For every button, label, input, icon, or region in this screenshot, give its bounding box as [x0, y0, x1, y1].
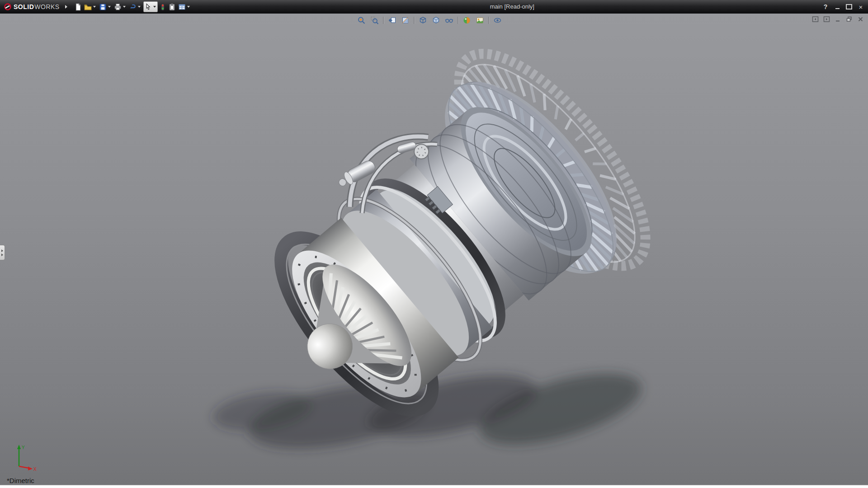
maximize-button[interactable]	[844, 2, 854, 11]
dropdown-arrow-icon[interactable]	[123, 6, 126, 8]
traffic-light-icon	[160, 3, 166, 11]
close-button[interactable]: ×	[856, 2, 865, 11]
print-button[interactable]	[113, 1, 127, 12]
apply-scene-icon	[476, 16, 484, 24]
toolbar-separator	[383, 17, 384, 24]
toolbar-separator	[489, 17, 489, 24]
pane-left-button[interactable]	[811, 15, 819, 23]
open-icon	[84, 3, 92, 11]
doc-restore-button[interactable]	[845, 15, 853, 23]
dropdown-arrow-icon[interactable]	[93, 6, 96, 8]
section-view-icon	[401, 16, 410, 24]
zoom-fit-button[interactable]	[356, 15, 367, 26]
restore-icon	[846, 16, 853, 23]
title-bar: SOLID WORKS	[0, 0, 868, 14]
hide-show-items-icon	[445, 16, 453, 24]
pane-right-icon	[823, 16, 830, 23]
zoom-to-area-icon	[371, 16, 379, 24]
graphics-area[interactable]: Y X	[0, 14, 868, 485]
brand-name-bold: SOLID	[14, 3, 34, 10]
rebuild-indicator-button[interactable]	[159, 1, 166, 12]
open-button[interactable]	[84, 1, 97, 12]
copy-settings-button[interactable]	[168, 1, 176, 12]
previous-view-button[interactable]	[387, 15, 398, 26]
hide-show-items-button[interactable]	[444, 15, 455, 26]
dropdown-arrow-icon[interactable]	[187, 6, 190, 8]
featuremanager-flyout-tab[interactable]	[0, 245, 5, 260]
display-style-icon	[432, 16, 440, 24]
dropdown-arrow-icon[interactable]	[138, 6, 141, 8]
minimize-button[interactable]	[833, 2, 842, 11]
view-orientation-icon	[419, 16, 427, 24]
view-orientation-label: *Dimetric	[7, 477, 34, 484]
print-icon	[114, 3, 122, 11]
zoom-to-area-button[interactable]	[369, 15, 380, 26]
display-style-button[interactable]	[431, 15, 442, 26]
view-settings-button[interactable]	[492, 15, 503, 26]
edit-appearance-button[interactable]	[462, 15, 472, 26]
options-table-icon	[178, 3, 186, 11]
apply-scene-button[interactable]	[475, 15, 486, 26]
help-button[interactable]: ?	[821, 2, 830, 11]
view-settings-icon	[494, 16, 502, 24]
dropdown-arrow-icon[interactable]	[108, 6, 111, 8]
save-button[interactable]	[99, 1, 112, 12]
doc-minimize-button[interactable]	[834, 15, 842, 23]
section-view-button[interactable]	[400, 15, 411, 26]
toolbar-flyout-arrow-icon[interactable]	[65, 5, 67, 9]
view-orientation-button[interactable]	[418, 15, 429, 26]
pane-left-icon	[812, 16, 819, 23]
document-title: main [Read-only]	[490, 0, 534, 14]
previous-view-icon	[388, 16, 396, 24]
save-icon	[99, 3, 107, 11]
triad-y-label: Y	[22, 445, 25, 450]
toolbar-separator	[458, 17, 458, 24]
close-icon: ×	[859, 4, 863, 10]
undo-icon	[129, 3, 137, 11]
standard-toolbar	[74, 1, 191, 12]
toolbar-separator	[414, 17, 415, 24]
expand-arrow-icon	[1, 249, 3, 252]
expand-arrow-icon	[1, 253, 3, 256]
triad-x-label: X	[33, 467, 37, 472]
dropdown-arrow-icon[interactable]	[153, 6, 156, 8]
app-logo: SOLID WORKS	[0, 3, 64, 11]
minimize-icon	[835, 16, 841, 23]
undo-button[interactable]	[128, 1, 142, 12]
select-tool-button[interactable]	[143, 1, 158, 12]
minimize-icon	[835, 8, 840, 9]
maximize-icon	[846, 4, 852, 9]
heads-up-view-toolbar	[356, 15, 503, 26]
pane-right-button[interactable]	[822, 15, 830, 23]
new-document-button[interactable]	[74, 1, 82, 12]
brand-name-light: WORKS	[34, 3, 59, 10]
doc-close-button[interactable]	[856, 15, 864, 23]
select-cursor-icon	[144, 3, 152, 11]
window-controls: ? ×	[821, 0, 865, 14]
options-button[interactable]	[178, 1, 191, 12]
close-icon	[857, 16, 864, 23]
solidworks-logo-icon	[4, 3, 12, 11]
clipboard-icon	[168, 3, 176, 11]
status-bar	[0, 485, 868, 488]
help-icon: ?	[824, 3, 828, 10]
model-viewport-canvas[interactable]: Y X	[0, 14, 868, 485]
document-window-controls	[811, 15, 864, 23]
new-document-icon	[74, 3, 82, 11]
zoom-fit-icon	[358, 16, 366, 24]
edit-appearance-icon	[463, 16, 471, 24]
